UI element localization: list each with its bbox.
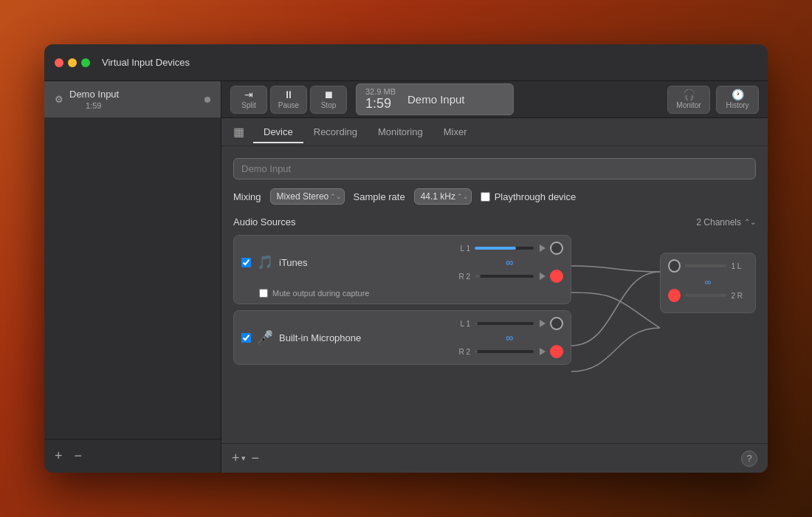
mic-r-track bbox=[475, 350, 534, 353]
playthrough-row: Playthrough device bbox=[481, 191, 577, 202]
recording-name: Demo Input bbox=[407, 93, 465, 106]
source-card-itunes: 🎵 iTunes L 1 bbox=[233, 235, 571, 304]
mic-r-knob[interactable] bbox=[550, 345, 563, 358]
pause-button[interactable]: ⏸ Pause bbox=[270, 86, 307, 114]
mic-l-knob[interactable] bbox=[550, 317, 563, 330]
mic-checkbox[interactable] bbox=[241, 333, 251, 343]
source-card-mic: 🎤 Built-in Microphone L 1 bbox=[233, 310, 571, 365]
mic-link-icon: ∞ bbox=[506, 332, 513, 343]
mic-name: Built-in Microphone bbox=[279, 332, 368, 343]
mic-icon: 🎤 bbox=[257, 329, 273, 346]
monitor-icon: 🎧 bbox=[683, 89, 695, 100]
itunes-r-label: R 2 bbox=[455, 273, 470, 281]
mic-l-triangle-icon bbox=[540, 320, 546, 327]
playthrough-checkbox[interactable] bbox=[481, 192, 490, 202]
itunes-l-channel: L 1 bbox=[455, 242, 563, 255]
output-1l-knob[interactable] bbox=[668, 259, 681, 273]
itunes-link-icon-wrapper: ∞ bbox=[455, 257, 563, 267]
playthrough-label: Playthrough device bbox=[495, 191, 577, 202]
tab-mixer[interactable]: Mixer bbox=[433, 122, 478, 143]
mixing-select-wrapper: Mixed Stereo bbox=[270, 188, 345, 205]
link-icon: ∞ bbox=[506, 257, 513, 267]
remove-source-button[interactable]: − bbox=[252, 451, 260, 466]
itunes-l-label: L 1 bbox=[455, 244, 470, 253]
recording-info: 32.9 MB 1:59 Demo Input bbox=[356, 83, 514, 115]
sidebar-device-info: Demo Input 1:59 bbox=[69, 89, 119, 110]
help-button[interactable]: ? bbox=[741, 451, 757, 467]
titlebar: Virtual Input Devices bbox=[44, 44, 768, 81]
itunes-r-triangle-icon bbox=[540, 273, 546, 280]
device-status-dot bbox=[204, 97, 210, 103]
split-icon: ⇥ bbox=[244, 89, 253, 100]
sample-rate-select[interactable]: 44.1 kHz bbox=[414, 188, 472, 205]
gear-icon: ⚙ bbox=[55, 94, 63, 105]
history-button[interactable]: 🕐 History bbox=[716, 86, 759, 114]
mic-faders: L 1 ∞ bbox=[455, 317, 563, 358]
tab-monitoring[interactable]: Monitoring bbox=[368, 122, 433, 143]
maximize-button[interactable] bbox=[81, 58, 90, 67]
device-name-input[interactable] bbox=[233, 158, 756, 179]
mute-row: Mute output during capture bbox=[234, 289, 571, 304]
tab-device[interactable]: Device bbox=[253, 122, 303, 143]
output-2r-knob[interactable] bbox=[668, 289, 681, 302]
add-source-button[interactable]: + ▾ bbox=[232, 451, 246, 466]
itunes-r-track bbox=[475, 275, 534, 278]
mic-r-triangle-icon bbox=[540, 348, 546, 355]
itunes-l-track bbox=[475, 247, 534, 250]
output-1l-fader bbox=[685, 264, 726, 267]
itunes-l-fill bbox=[475, 247, 516, 250]
sources-routing-wrapper: 🎵 iTunes L 1 bbox=[233, 235, 756, 397]
right-panel: ⇥ Split ⏸ Pause ⏹ Stop 32.9 MB 1:59 Dem bbox=[221, 81, 768, 473]
panel-toolbar: ⇥ Split ⏸ Pause ⏹ Stop 32.9 MB 1:59 Dem bbox=[221, 81, 768, 118]
sidebar-add-button[interactable]: + bbox=[55, 448, 63, 464]
itunes-r-knob[interactable] bbox=[550, 270, 563, 283]
split-button[interactable]: ⇥ Split bbox=[230, 86, 267, 114]
mic-r-fill bbox=[475, 350, 478, 353]
mic-l-track bbox=[475, 322, 534, 325]
routing-svg bbox=[571, 235, 660, 397]
tabs-bar: ▦ Device Recording Monitoring Mixer bbox=[221, 118, 768, 146]
main-area: ⚙ Demo Input 1:59 + − ⇥ Split bbox=[44, 81, 768, 473]
output-2r-row: 2 R bbox=[668, 289, 748, 302]
app-title: Virtual Input Devices bbox=[102, 57, 190, 68]
output-2r-fader bbox=[685, 294, 726, 297]
channels-selector[interactable]: 2 Channels ⌃⌄ bbox=[696, 217, 756, 227]
itunes-l-knob[interactable] bbox=[550, 242, 563, 255]
toggle-sidebar-button[interactable]: ▦ bbox=[233, 125, 244, 139]
traffic-lights bbox=[55, 58, 90, 67]
itunes-faders: L 1 ∞ bbox=[455, 242, 563, 283]
sidebar: ⚙ Demo Input 1:59 + − bbox=[44, 81, 221, 473]
monitor-button[interactable]: 🎧 Monitor bbox=[667, 86, 710, 114]
sidebar-device-item[interactable]: ⚙ Demo Input 1:59 bbox=[44, 81, 221, 117]
sources-column: 🎵 iTunes L 1 bbox=[233, 235, 571, 371]
add-chevron-icon: ▾ bbox=[241, 453, 246, 463]
output-1l-label: 1 L bbox=[731, 262, 748, 270]
mixing-row: Mixing Mixed Stereo Sample rate 44.1 kHz bbox=[233, 188, 756, 205]
itunes-checkbox[interactable] bbox=[241, 258, 251, 267]
close-button[interactable] bbox=[55, 58, 63, 67]
mute-checkbox[interactable] bbox=[259, 289, 268, 298]
mic-r-label: R 2 bbox=[455, 348, 470, 356]
bottom-toolbar: + ▾ − ? bbox=[221, 443, 768, 473]
stop-button[interactable]: ⏹ Stop bbox=[310, 86, 347, 114]
sample-rate-select-wrapper: 44.1 kHz bbox=[414, 188, 472, 205]
output-link-icon: ∞ bbox=[668, 277, 748, 287]
itunes-name: iTunes bbox=[279, 257, 368, 268]
mic-link-icon-wrapper: ∞ bbox=[455, 332, 563, 343]
main-window: Virtual Input Devices ⚙ Demo Input 1:59 … bbox=[44, 44, 768, 473]
minimize-button[interactable] bbox=[68, 58, 77, 67]
output-card: 1 L ∞ 2 R bbox=[660, 253, 756, 313]
audio-sources-header: Audio Sources 2 Channels ⌃⌄ bbox=[233, 216, 756, 227]
mic-l-fill bbox=[475, 322, 478, 325]
itunes-icon: 🎵 bbox=[257, 254, 273, 270]
output-1l-row: 1 L bbox=[668, 259, 748, 273]
mixing-select[interactable]: Mixed Stereo bbox=[270, 188, 345, 205]
channels-label: 2 Channels bbox=[696, 217, 741, 227]
audio-sources-title: Audio Sources bbox=[233, 216, 296, 227]
add-icon: + bbox=[232, 451, 240, 466]
tab-recording[interactable]: Recording bbox=[303, 122, 368, 143]
itunes-r-fill bbox=[475, 275, 481, 278]
output-2r-label: 2 R bbox=[731, 292, 748, 300]
mic-l-channel: L 1 bbox=[455, 317, 563, 330]
sidebar-remove-button[interactable]: − bbox=[75, 448, 83, 464]
